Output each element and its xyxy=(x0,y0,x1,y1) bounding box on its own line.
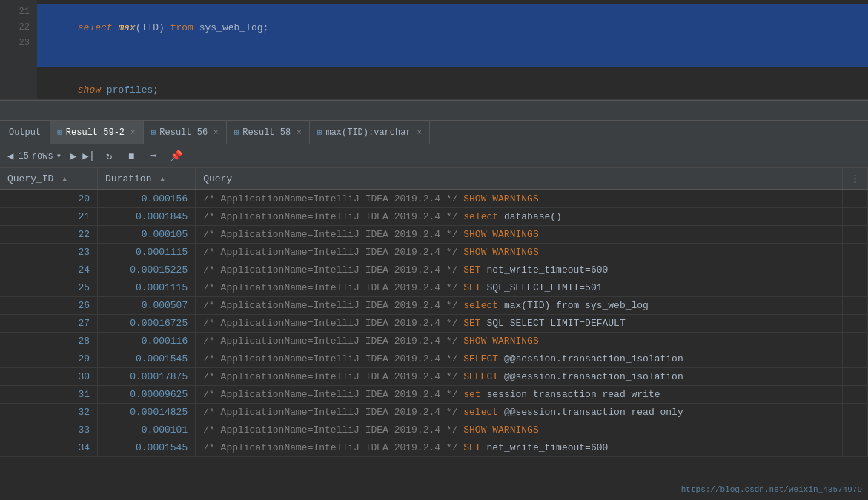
code-line-22 xyxy=(37,51,868,67)
cell-duration: 0.0001845 xyxy=(98,208,196,226)
result-table-container[interactable]: Query_ID ▲ Duration ▲ Query ⋮ 200. xyxy=(0,168,868,500)
tab-close-4[interactable]: × xyxy=(417,128,423,137)
cell-duration: 0.000507 xyxy=(98,297,196,315)
line-number-21: 21 xyxy=(0,4,37,20)
col-duration-label: Duration xyxy=(105,173,151,184)
tab-result-56[interactable]: ⊞ Result 56 × xyxy=(144,121,227,144)
cell-duration: 0.0001545 xyxy=(98,439,196,457)
cell-extra xyxy=(843,315,868,333)
rows-selector: 15 rows ▾ xyxy=(18,150,61,161)
cell-query: /* ApplicationName=IntelliJ IDEA 2019.2.… xyxy=(196,368,843,386)
cell-query-id: 24 xyxy=(0,261,98,279)
cell-query: /* ApplicationName=IntelliJ IDEA 2019.2.… xyxy=(196,244,843,261)
cell-query: /* ApplicationName=IntelliJ IDEA 2019.2.… xyxy=(196,421,843,439)
cell-duration: 0.00016725 xyxy=(98,315,196,333)
cell-duration: 0.00014825 xyxy=(98,404,196,421)
cell-extra xyxy=(843,208,868,226)
table-row[interactable]: 220.000105/* ApplicationName=IntelliJ ID… xyxy=(0,226,868,244)
table-body: 200.000156/* ApplicationName=IntelliJ ID… xyxy=(0,190,868,457)
cell-query: /* ApplicationName=IntelliJ IDEA 2019.2.… xyxy=(196,350,843,368)
result-table: Query_ID ▲ Duration ▲ Query ⋮ 200. xyxy=(0,168,868,457)
cell-query-id: 33 xyxy=(0,421,98,439)
cell-query: /* ApplicationName=IntelliJ IDEA 2019.2.… xyxy=(196,439,843,457)
table-row[interactable]: 230.0001115/* ApplicationName=IntelliJ I… xyxy=(0,244,868,261)
tab-close-1[interactable]: × xyxy=(130,128,136,137)
table-row[interactable]: 280.000116/* ApplicationName=IntelliJ ID… xyxy=(0,333,868,350)
cell-duration: 0.0001115 xyxy=(98,279,196,297)
table-row[interactable]: 300.00017875/* ApplicationName=IntelliJ … xyxy=(0,368,868,386)
cell-extra xyxy=(843,421,868,439)
output-label[interactable]: Output xyxy=(0,127,50,138)
tab-label-3: Result 58 xyxy=(242,127,291,138)
sort-arrow-query-id: ▲ xyxy=(62,176,67,184)
cell-query-id: 23 xyxy=(0,244,98,261)
table-row[interactable]: 310.00009625/* ApplicationName=IntelliJ … xyxy=(0,386,868,404)
cell-query: /* ApplicationName=IntelliJ IDEA 2019.2.… xyxy=(196,190,843,208)
tab-max-tid[interactable]: ⊞ max(TID):varchar × xyxy=(310,121,430,144)
refresh-button[interactable]: ↻ xyxy=(99,147,119,166)
col-duration[interactable]: Duration ▲ xyxy=(98,168,196,190)
table-row[interactable]: 340.0001545/* ApplicationName=IntelliJ I… xyxy=(0,439,868,457)
nav-prev-button[interactable]: ◀ xyxy=(6,150,15,162)
cell-duration: 0.000101 xyxy=(98,421,196,439)
cell-query: /* ApplicationName=IntelliJ IDEA 2019.2.… xyxy=(196,226,843,244)
cell-query-id: 30 xyxy=(0,368,98,386)
cell-query-id: 20 xyxy=(0,190,98,208)
cell-extra xyxy=(843,297,868,315)
col-extra-icon: ⋮ xyxy=(850,173,860,184)
cell-extra xyxy=(843,439,868,457)
cell-extra xyxy=(843,350,868,368)
line-numbers: 21 22 23 xyxy=(0,0,37,99)
tab-result-59-2[interactable]: ⊞ Result 59-2 × xyxy=(50,121,143,144)
cell-query: /* ApplicationName=IntelliJ IDEA 2019.2.… xyxy=(196,315,843,333)
cell-query-id: 26 xyxy=(0,297,98,315)
rows-text: rows xyxy=(32,151,53,161)
cell-query: /* ApplicationName=IntelliJ IDEA 2019.2.… xyxy=(196,333,843,350)
main-content: Output ⊞ Result 59-2 × ⊞ Result 56 × ⊞ R… xyxy=(0,121,868,500)
export-button[interactable]: ➡ xyxy=(144,147,163,166)
tab-close-3[interactable]: × xyxy=(296,128,302,137)
cell-duration: 0.000105 xyxy=(98,226,196,244)
sort-arrow-duration: ▲ xyxy=(160,176,165,184)
col-query-id-label: Query_ID xyxy=(7,173,53,184)
cell-query-id: 29 xyxy=(0,350,98,368)
code-content[interactable]: select max(TID) from sys_web_log; show p… xyxy=(37,0,868,99)
table-row[interactable]: 320.00014825/* ApplicationName=IntelliJ … xyxy=(0,404,868,421)
editor-area: 21 22 23 select max(TID) from sys_web_lo… xyxy=(0,0,868,100)
cell-query: /* ApplicationName=IntelliJ IDEA 2019.2.… xyxy=(196,386,843,404)
nav-next-button[interactable]: ▶ xyxy=(69,150,78,162)
table-row[interactable]: 210.0001845/* ApplicationName=IntelliJ I… xyxy=(0,208,868,226)
tab-label-2: Result 56 xyxy=(159,127,208,138)
col-query-label: Query xyxy=(203,173,232,184)
table-row[interactable]: 250.0001115/* ApplicationName=IntelliJ I… xyxy=(0,279,868,297)
nav-last-button[interactable]: ▶| xyxy=(81,150,96,162)
cell-query: /* ApplicationName=IntelliJ IDEA 2019.2.… xyxy=(196,208,843,226)
col-query[interactable]: Query xyxy=(196,168,843,190)
table-icon-3: ⊞ xyxy=(234,127,239,137)
cell-duration: 0.00017875 xyxy=(98,368,196,386)
cell-query: /* ApplicationName=IntelliJ IDEA 2019.2.… xyxy=(196,279,843,297)
rows-dropdown[interactable]: ▾ xyxy=(56,150,62,161)
cell-duration: 0.000156 xyxy=(98,190,196,208)
cell-query: /* ApplicationName=IntelliJ IDEA 2019.2.… xyxy=(196,261,843,279)
table-row[interactable]: 330.000101/* ApplicationName=IntelliJ ID… xyxy=(0,421,868,439)
watermark: https://blog.csdn.net/weixin_43574979 xyxy=(681,485,862,494)
stop-button[interactable]: ■ xyxy=(122,147,141,166)
table-row[interactable]: 260.000507/* ApplicationName=IntelliJ ID… xyxy=(0,297,868,315)
table-row[interactable]: 200.000156/* ApplicationName=IntelliJ ID… xyxy=(0,190,868,208)
table-row[interactable]: 290.0001545/* ApplicationName=IntelliJ I… xyxy=(0,350,868,368)
tab-close-2[interactable]: × xyxy=(213,128,219,137)
code-line-21: select max(TID) from sys_web_log; xyxy=(37,4,868,51)
tab-result-58[interactable]: ⊞ Result 58 × xyxy=(227,121,310,144)
pin-button[interactable]: 📌 xyxy=(166,147,185,166)
table-row[interactable]: 240.00015225/* ApplicationName=IntelliJ … xyxy=(0,261,868,279)
cell-duration: 0.000116 xyxy=(98,333,196,350)
col-query-id[interactable]: Query_ID ▲ xyxy=(0,168,98,190)
cell-query: /* ApplicationName=IntelliJ IDEA 2019.2.… xyxy=(196,297,843,315)
tab-label-4: max(TID):varchar xyxy=(325,127,411,138)
cell-query-id: 28 xyxy=(0,333,98,350)
cell-query-id: 31 xyxy=(0,386,98,404)
cell-query-id: 25 xyxy=(0,279,98,297)
table-row[interactable]: 270.00016725/* ApplicationName=IntelliJ … xyxy=(0,315,868,333)
rows-count: 15 xyxy=(18,151,28,161)
